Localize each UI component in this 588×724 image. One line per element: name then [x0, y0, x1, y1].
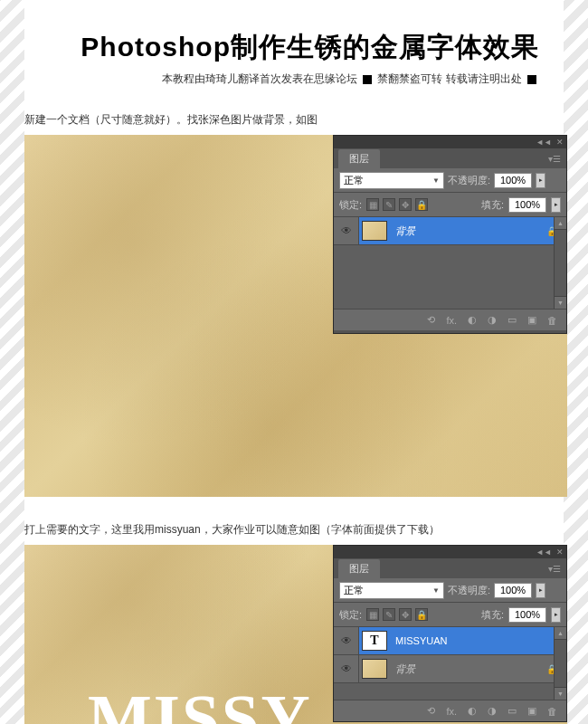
layers-panel: ◄◄ ✕ 图层 ▾☰ 正常 ▼ 不透明度: 100% ▸ 锁定: ▦	[333, 135, 567, 334]
tab-layers[interactable]: 图层	[338, 559, 380, 578]
figure-2-text: MISSY	[88, 680, 312, 724]
subtitle-text-2: 禁翻禁盗可转 转载请注明出处	[377, 72, 521, 85]
lock-label: 锁定:	[339, 198, 362, 212]
scrollbar[interactable]: ▲ ▼	[554, 217, 566, 309]
opacity-stepper[interactable]: ▸	[536, 173, 545, 188]
visibility-toggle[interactable]: 👁	[334, 217, 359, 244]
panel-footer: ⟲ fx. ◐ ◑ ▭ ▣ 🗑	[334, 309, 566, 330]
layers-panel: ◄◄ ✕ 图层 ▾☰ 正常 ▼ 不透明度: 100% ▸ 锁定: ▦	[333, 545, 567, 722]
layer-thumbnail[interactable]: T	[359, 631, 390, 651]
scroll-down-icon[interactable]: ▼	[555, 296, 566, 309]
lock-all-icon[interactable]: 🔒	[415, 608, 428, 621]
fx-icon[interactable]: fx.	[446, 315, 457, 326]
panel-menu-icon[interactable]: ▾☰	[548, 154, 561, 164]
mask-icon[interactable]: ◐	[468, 314, 477, 326]
link-layers-icon[interactable]: ⟲	[427, 705, 435, 717]
link-layers-icon[interactable]: ⟲	[427, 314, 435, 326]
folder-icon[interactable]: ▭	[507, 705, 517, 717]
scrollbar[interactable]: ▲ ▼	[554, 627, 566, 700]
blend-mode-value: 正常	[344, 174, 364, 187]
adjustment-icon[interactable]: ◑	[488, 314, 497, 326]
layer-thumbnail[interactable]	[359, 659, 390, 679]
new-layer-icon[interactable]: ▣	[527, 314, 536, 326]
close-icon[interactable]: ✕	[556, 138, 564, 147]
fill-input[interactable]: 100%	[508, 197, 546, 213]
step-2-text: 打上需要的文字，这里我用missyuan，大家作业可以随意如图（字体前面提供了下…	[24, 522, 564, 538]
trash-icon[interactable]: 🗑	[547, 315, 557, 326]
lock-position-icon[interactable]: ✥	[399, 198, 412, 211]
chevron-down-icon: ▼	[432, 176, 440, 185]
lock-icons-group: ▦ ✎ ✥ 🔒	[366, 198, 428, 211]
blend-opacity-row: 正常 ▼ 不透明度: 100% ▸	[334, 578, 566, 603]
page-title: Photoshop制作生锈的金属字体效果	[24, 29, 564, 66]
lock-pixels-icon[interactable]: ✎	[383, 608, 395, 621]
opacity-input[interactable]: 100%	[494, 173, 532, 188]
lock-all-icon[interactable]: 🔒	[415, 198, 428, 211]
eye-icon: 👁	[341, 634, 352, 647]
layer-item[interactable]: 👁 背景 🔒	[334, 217, 566, 245]
step-1-text: 新建一个文档（尺寸随意就好）。找张深色图片做背景，如图	[24, 112, 564, 128]
scroll-up-icon[interactable]: ▲	[555, 627, 566, 640]
panel-tabs: 图层 ▾☰	[334, 558, 566, 578]
thumb-texture	[362, 659, 387, 679]
fx-icon[interactable]: fx.	[446, 706, 457, 717]
collapse-icon[interactable]: ◄◄	[536, 138, 552, 147]
folder-icon[interactable]: ▭	[507, 314, 517, 326]
eye-icon: 👁	[341, 662, 352, 675]
subtitle-text-1: 本教程由琦琦儿翻译首次发表在思缘论坛	[162, 72, 357, 85]
collapse-icon[interactable]: ◄◄	[536, 548, 552, 557]
layer-name: MISSYUAN	[390, 635, 566, 646]
visibility-toggle[interactable]: 👁	[334, 627, 359, 654]
panel-tabs: 图层 ▾☰	[334, 148, 566, 168]
chevron-down-icon: ▼	[432, 586, 440, 595]
layer-name: 背景	[390, 224, 546, 238]
eye-icon: 👁	[341, 224, 352, 237]
layer-item[interactable]: 👁 背景 🔒	[334, 655, 566, 683]
panel-menu-icon[interactable]: ▾☰	[548, 564, 561, 574]
trash-icon[interactable]: 🗑	[547, 706, 557, 717]
block-icon	[527, 75, 536, 84]
lock-pixels-icon[interactable]: ✎	[383, 198, 395, 211]
visibility-toggle[interactable]: 👁	[334, 655, 359, 682]
subtitle: 本教程由琦琦儿翻译首次发表在思缘论坛 禁翻禁盗可转 转载请注明出处	[24, 71, 564, 87]
adjustment-icon[interactable]: ◑	[488, 705, 497, 717]
lock-transparent-icon[interactable]: ▦	[366, 608, 379, 621]
block-icon	[363, 75, 372, 84]
close-icon[interactable]: ✕	[556, 548, 564, 557]
blend-mode-select[interactable]: 正常 ▼	[339, 172, 444, 189]
lock-fill-row: 锁定: ▦ ✎ ✥ 🔒 填充: 100% ▸	[334, 603, 566, 627]
fill-stepper[interactable]: ▸	[551, 607, 561, 623]
layer-list: 👁 背景 🔒 ▲ ▼	[334, 217, 566, 309]
lock-icons-group: ▦ ✎ ✥ 🔒	[366, 608, 428, 621]
blend-opacity-row: 正常 ▼ 不透明度: 100% ▸	[334, 168, 566, 193]
mask-icon[interactable]: ◐	[468, 705, 477, 717]
opacity-label: 不透明度:	[448, 584, 490, 597]
opacity-input[interactable]: 100%	[494, 583, 532, 598]
figure-1: ◄◄ ✕ 图层 ▾☰ 正常 ▼ 不透明度: 100% ▸ 锁定: ▦	[24, 135, 567, 497]
layer-list: 👁 T MISSYUAN 👁 背景 🔒	[334, 627, 566, 700]
fill-label: 填充:	[481, 608, 504, 622]
figure-2: MISSY ◄◄ ✕ 图层 ▾☰ 正常 ▼ 不透明度: 100% ▸ 锁定:	[24, 545, 567, 724]
blend-mode-value: 正常	[344, 584, 364, 597]
opacity-label: 不透明度:	[448, 174, 490, 187]
panel-topbar: ◄◄ ✕	[334, 546, 566, 558]
scroll-up-icon[interactable]: ▲	[555, 217, 566, 230]
opacity-stepper[interactable]: ▸	[536, 583, 545, 598]
blend-mode-select[interactable]: 正常 ▼	[339, 582, 444, 599]
layer-name: 背景	[390, 662, 546, 676]
panel-footer: ⟲ fx. ◐ ◑ ▭ ▣ 🗑	[334, 700, 566, 721]
lock-fill-row: 锁定: ▦ ✎ ✥ 🔒 填充: 100% ▸	[334, 193, 566, 217]
lock-position-icon[interactable]: ✥	[399, 608, 412, 621]
lock-label: 锁定:	[339, 608, 362, 622]
fill-label: 填充:	[481, 198, 504, 212]
fill-stepper[interactable]: ▸	[551, 197, 561, 213]
layer-item[interactable]: 👁 T MISSYUAN	[334, 627, 566, 655]
thumb-texture	[362, 221, 387, 241]
tab-layers[interactable]: 图层	[338, 149, 380, 168]
new-layer-icon[interactable]: ▣	[527, 705, 536, 717]
fill-input[interactable]: 100%	[508, 607, 546, 623]
layer-thumbnail[interactable]	[359, 221, 390, 241]
scroll-down-icon[interactable]: ▼	[555, 687, 566, 700]
lock-transparent-icon[interactable]: ▦	[366, 198, 379, 211]
thumb-text: T	[362, 631, 387, 651]
